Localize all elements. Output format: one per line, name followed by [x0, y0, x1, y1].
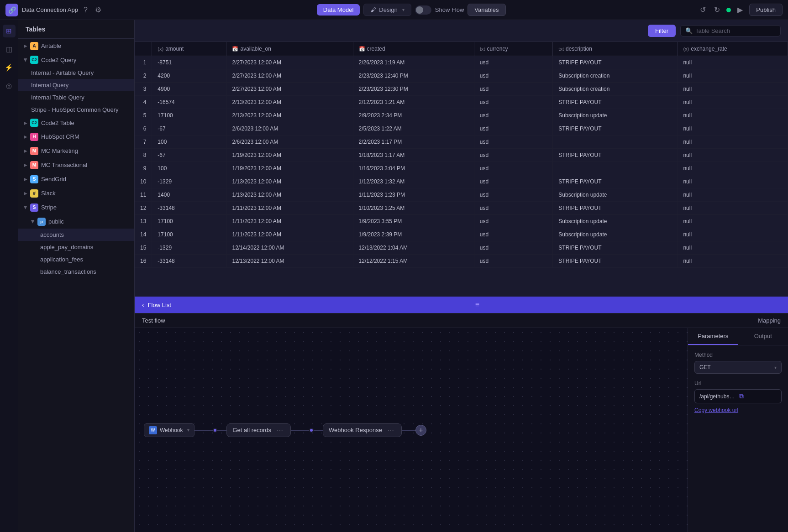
sidebar-item-mc-marketing[interactable]: ▶ M MC Marketing ⋯ [18, 144, 134, 158]
variables-button[interactable]: Variables [468, 4, 505, 16]
toggle-knob [416, 6, 423, 14]
filter-button[interactable]: Filter [648, 25, 676, 37]
output-tab[interactable]: Output [738, 328, 788, 345]
slack-icon: # [30, 189, 38, 198]
table-row: 10 -1329 1/13/2023 12:00 AM 1/12/2023 1:… [135, 175, 788, 188]
method-value: GET [699, 364, 711, 370]
design-tab[interactable]: 🖌 Design ▾ [363, 4, 411, 16]
cell-created: 1/12/2023 1:32 AM [353, 175, 474, 188]
node-options-icon[interactable]: ⋯ [275, 427, 285, 434]
sidebar-item-code2-query[interactable]: ▶ C2 Code2 Query [18, 53, 134, 67]
help-icon[interactable]: ? [82, 4, 89, 16]
cell-description: STRIPE PAYOUT [553, 202, 678, 215]
cell-currency: usd [474, 215, 553, 228]
table-search-input[interactable] [695, 27, 776, 34]
cell-available-on: 12/14/2022 12:00 AM [226, 241, 353, 255]
cell-available-on: 1/11/2023 12:00 AM [226, 228, 353, 241]
redo-icon[interactable]: ↻ [712, 4, 722, 16]
col-exchange-rate: (x)exchange_rate [678, 42, 788, 56]
code2-table-icon: C2 [30, 119, 38, 127]
cell-available-on: 2/27/2023 12:00 AM [226, 56, 353, 69]
node-options-icon-2[interactable]: ⋯ [386, 427, 396, 434]
chevron-down-icon-public: ▶ [31, 220, 36, 224]
chevron-left-icon: ‹ [142, 301, 144, 308]
cell-exchange-rate: null [678, 202, 788, 215]
get-all-records-node[interactable]: Get all records ⋯ [226, 423, 291, 437]
table-row: 6 -67 2/6/2023 12:00 AM 2/5/2023 1:22 AM… [135, 122, 788, 136]
internal-table-query-label: Internal Table Query [31, 94, 129, 101]
flow-dot-1 [213, 428, 217, 433]
sidebar-header: Tables [18, 20, 134, 39]
flow-connector-3 [402, 430, 415, 431]
tables-icon[interactable]: ⊞ [3, 25, 16, 37]
parameters-tab[interactable]: Parameters [688, 328, 738, 345]
cell-rownum: 7 [135, 136, 152, 149]
sidebar-item-internal-table-query[interactable]: Internal Table Query [18, 91, 134, 104]
sidebar-item-accounts[interactable]: accounts [18, 229, 134, 241]
sidebar-item-balance-transactions[interactable]: balance_transactions [18, 266, 134, 278]
cell-currency: usd [474, 96, 553, 109]
cell-currency: usd [474, 175, 553, 188]
flow-list-bar[interactable]: ‹ Flow List ≡ [135, 297, 788, 313]
flow-line-2 [217, 430, 226, 431]
sidebar-item-hubspot[interactable]: ▶ H HubSpot CRM ⋯ [18, 130, 134, 144]
mapping-label: Mapping [758, 317, 781, 324]
sidebar-item-slack[interactable]: ▶ # Slack ⋯ [18, 186, 134, 200]
sidebar-item-code2-table[interactable]: ▶ C2 Code2 Table [18, 116, 134, 130]
cell-currency: usd [474, 241, 553, 255]
cell-description: STRIPE PAYOUT [553, 175, 678, 188]
play-icon[interactable]: ▶ [735, 4, 745, 16]
webhook-node[interactable]: W Webhook ▾ [144, 423, 194, 437]
cell-rownum: 11 [135, 188, 152, 202]
cell-currency: usd [474, 56, 553, 69]
sidebar-item-apple-pay[interactable]: apple_pay_domains [18, 241, 134, 253]
sidebar-item-internal-query[interactable]: Internal Query [18, 79, 134, 91]
method-select[interactable]: GET ▾ [694, 361, 782, 374]
cell-amount: -1329 [152, 241, 226, 255]
sidebar-item-mc-transactional[interactable]: ▶ M MC Transactional ⋯ [18, 158, 134, 172]
settings-icon[interactable]: ⚙ [93, 4, 103, 16]
webhook-response-node[interactable]: Webhook Response ⋯ [323, 423, 402, 437]
cell-description: STRIPE PAYOUT [553, 255, 678, 268]
sidebar-item-sendgrid[interactable]: ▶ S SendGrid ⋯ [18, 172, 134, 186]
data-model-tab[interactable]: Data Model [317, 4, 360, 16]
show-flow-toggle[interactable] [415, 5, 431, 15]
method-chevron-icon: ▾ [774, 365, 777, 370]
cell-amount: -33148 [152, 255, 226, 268]
components-icon[interactable]: ◫ [3, 43, 16, 56]
undo-icon[interactable]: ↺ [698, 4, 708, 16]
cell-exchange-rate: null [678, 109, 788, 122]
query-icon[interactable]: ⚡ [3, 61, 16, 74]
settings-side-icon[interactable]: ◎ [3, 79, 16, 92]
cell-created: 1/16/2023 3:04 PM [353, 162, 474, 175]
table-row: 7 100 2/6/2023 12:00 AM 2/2/2023 1:17 PM… [135, 136, 788, 149]
copy-webhook-link[interactable]: Copy webhook url [694, 407, 782, 413]
table-row: 3 4900 2/27/2023 12:00 AM 2/23/2023 12:3… [135, 83, 788, 96]
sidebar-item-stripe[interactable]: ▶ S Stripe ⋯ [18, 200, 134, 214]
sidebar-item-stripe-hubspot[interactable]: Stripe - HubSpot Common Query [18, 104, 134, 116]
add-node-button[interactable]: + [415, 425, 426, 436]
sidebar-item-internal-airtable-query[interactable]: Internal - Airtable Query [18, 67, 134, 79]
sendgrid-icon: S [30, 175, 38, 183]
cell-available-on: 1/11/2023 12:00 AM [226, 215, 353, 228]
cell-amount: 1400 [152, 188, 226, 202]
copy-url-icon[interactable]: ⧉ [739, 392, 777, 400]
sidebar-item-airtable[interactable]: ▶ A Airtable ⋯ [18, 39, 134, 53]
cell-available-on: 12/13/2022 12:00 AM [226, 255, 353, 268]
sidebar-item-public[interactable]: ▶ p public ⋯ [18, 214, 134, 229]
cell-amount: 17100 [152, 215, 226, 228]
topbar-right: ↺ ↻ ▶ Publish [698, 4, 783, 16]
public-icon: p [37, 218, 46, 226]
flow-line-5 [402, 430, 415, 431]
chevron-right-icon-3: ▶ [24, 134, 27, 139]
webhook-label: Webhook [160, 427, 183, 433]
cell-exchange-rate: null [678, 175, 788, 188]
cell-created: 1/9/2023 2:39 PM [353, 228, 474, 241]
cell-amount: -16574 [152, 96, 226, 109]
cell-amount: -67 [152, 149, 226, 162]
cell-exchange-rate: null [678, 69, 788, 83]
publish-button[interactable]: Publish [749, 4, 783, 16]
webhook-node-icon: W [149, 426, 157, 434]
cell-created: 2/12/2023 1:21 AM [353, 96, 474, 109]
sidebar-item-application-fees[interactable]: application_fees [18, 253, 134, 266]
